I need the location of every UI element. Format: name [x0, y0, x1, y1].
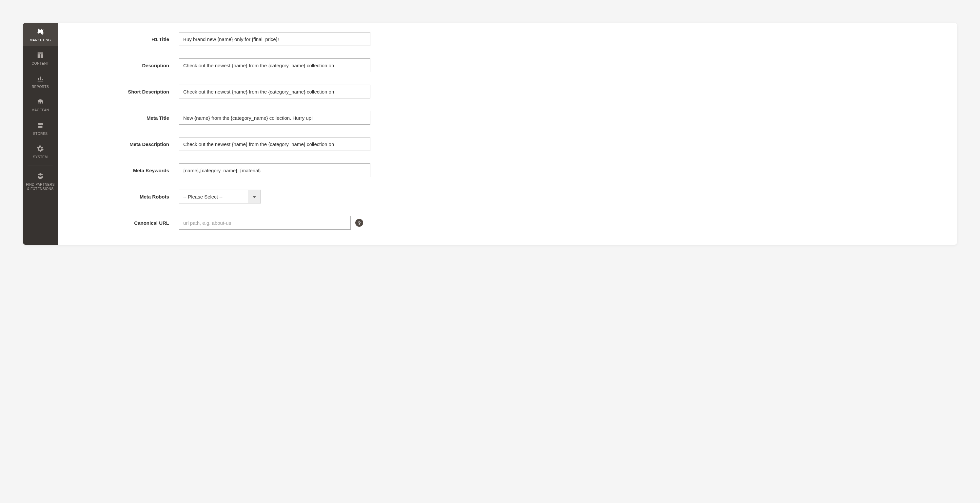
sidebar-label: SYSTEM — [33, 155, 48, 159]
sidebar-item-partners[interactable]: FIND PARTNERS & EXTENSIONS — [23, 167, 58, 195]
select-toggle-button[interactable] — [248, 190, 261, 203]
input-short-description[interactable] — [179, 85, 371, 99]
label-meta-robots: Meta Robots — [71, 194, 179, 200]
sidebar-item-marketing[interactable]: MARKETING — [23, 23, 58, 46]
input-canonical-url[interactable] — [179, 216, 351, 230]
input-meta-description[interactable] — [179, 137, 371, 151]
label-description: Description — [71, 63, 179, 68]
label-meta-keywords: Meta Keywords — [71, 168, 179, 173]
sidebar-label: REPORTS — [32, 85, 49, 89]
field-row-canonical-url: Canonical URL ? — [71, 216, 944, 230]
input-meta-keywords[interactable] — [179, 163, 371, 177]
admin-sidebar: MARKETING CONTENT REPORTS MAGEFAN STORES — [23, 23, 58, 245]
caret-down-icon — [253, 193, 256, 200]
elephant-icon — [36, 97, 45, 106]
field-row-meta-keywords: Meta Keywords — [71, 163, 944, 177]
input-h1-title[interactable] — [179, 32, 371, 46]
input-description[interactable] — [179, 58, 371, 72]
sidebar-label: CONTENT — [32, 61, 49, 65]
sidebar-label: STORES — [33, 132, 48, 136]
sidebar-item-content[interactable]: CONTENT — [23, 46, 58, 70]
label-canonical-url: Canonical URL — [71, 220, 179, 226]
form-content: H1 Title Description Short Description M… — [58, 23, 957, 245]
sidebar-item-magefan[interactable]: MAGEFAN — [23, 93, 58, 116]
sidebar-item-system[interactable]: SYSTEM — [23, 140, 58, 163]
sidebar-label: MAGEFAN — [32, 108, 49, 112]
field-row-description: Description — [71, 58, 944, 72]
select-meta-robots[interactable]: -- Please Select -- — [179, 190, 261, 203]
field-row-meta-robots: Meta Robots -- Please Select -- — [71, 190, 944, 203]
megaphone-icon — [36, 27, 45, 36]
layout-icon — [36, 51, 45, 59]
input-meta-title[interactable] — [179, 111, 371, 125]
bar-chart-icon — [36, 74, 45, 83]
field-row-h1-title: H1 Title — [71, 32, 944, 46]
help-icon[interactable]: ? — [355, 219, 363, 227]
label-meta-description: Meta Description — [71, 141, 179, 147]
sidebar-item-reports[interactable]: REPORTS — [23, 70, 58, 93]
field-row-meta-title: Meta Title — [71, 111, 944, 125]
field-row-meta-description: Meta Description — [71, 137, 944, 151]
label-h1-title: H1 Title — [71, 37, 179, 42]
sidebar-divider — [27, 165, 53, 165]
gear-icon — [36, 144, 45, 153]
sidebar-item-stores[interactable]: STORES — [23, 117, 58, 140]
store-icon — [36, 121, 45, 129]
puzzle-icon — [36, 172, 45, 180]
label-short-description: Short Description — [71, 89, 179, 94]
label-meta-title: Meta Title — [71, 115, 179, 121]
admin-panel: MARKETING CONTENT REPORTS MAGEFAN STORES — [23, 23, 957, 245]
field-row-short-description: Short Description — [71, 85, 944, 99]
sidebar-label: MARKETING — [30, 38, 51, 42]
select-value: -- Please Select -- — [179, 190, 248, 203]
sidebar-label: FIND PARTNERS & EXTENSIONS — [26, 182, 55, 191]
